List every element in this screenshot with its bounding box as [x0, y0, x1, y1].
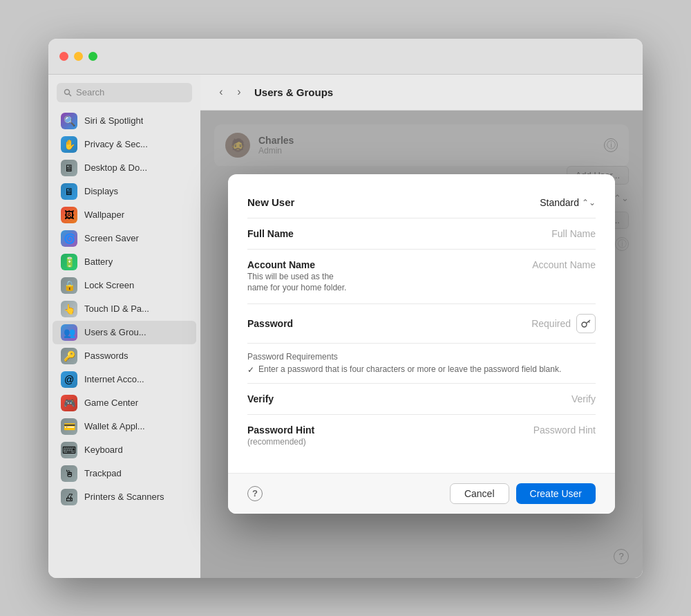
forward-arrow[interactable]: ›	[232, 85, 246, 99]
password-input-group	[358, 314, 596, 333]
account-name-label: Account Name	[247, 259, 358, 270]
full-name-label: Full Name	[247, 228, 358, 239]
siri-icon: 🔍	[61, 113, 77, 129]
sidebar-item-printers[interactable]: 🖨Printers & Scanners	[53, 485, 196, 509]
gamecenter-icon: 🎮	[61, 395, 77, 411]
account-name-label-group: Account Name This will be used as the na…	[247, 259, 358, 293]
wallet-icon: 💳	[61, 418, 77, 435]
stepper-icon: ⌃⌄	[582, 198, 596, 207]
sidebar-item-lockscreen[interactable]: 🔒Lock Screen	[53, 274, 196, 297]
title-bar	[48, 39, 643, 75]
internet-icon: @	[61, 371, 77, 388]
password-input[interactable]	[358, 318, 571, 329]
printers-icon: 🖨	[61, 489, 77, 505]
password-label: Password	[247, 318, 358, 329]
nav-arrows: ‹ ›	[214, 85, 246, 99]
hint-row: Password Hint (recommended)	[247, 415, 596, 456]
hint-sub: (recommended)	[247, 437, 358, 447]
sidebar-item-label-lockscreen: Lock Screen	[84, 280, 134, 290]
key-button[interactable]	[576, 314, 596, 333]
desktop-icon: 🖥	[61, 160, 77, 176]
modal-overlay: New User Standard ⌃⌄ Full Name	[200, 111, 643, 578]
sidebar-item-label-screensaver: Screen Saver	[84, 233, 139, 243]
svg-line-3	[587, 320, 591, 324]
sidebar-item-label-keyboard: Keyboard	[84, 445, 123, 455]
sidebar-item-label-users: Users & Grou...	[84, 327, 146, 337]
svg-point-0	[65, 89, 70, 94]
sidebar-item-battery[interactable]: 🔋Battery	[53, 250, 196, 274]
full-name-input[interactable]	[358, 228, 596, 239]
verify-label: Verify	[247, 393, 358, 404]
sidebar-item-wallet[interactable]: 💳Wallet & Appl...	[53, 415, 196, 438]
touchid-icon: 👆	[61, 301, 77, 317]
displays-icon: 🖥	[61, 183, 77, 200]
pw-requirements-title: Password Requirements	[247, 352, 596, 362]
main-content: ‹ › Users & Groups 🧔 Charles Admin ⓘ	[200, 75, 643, 578]
key-icon	[580, 318, 591, 329]
sidebar-item-label-gamecenter: Game Center	[84, 398, 138, 408]
account-name-input[interactable]	[358, 259, 596, 270]
account-name-row: Account Name This will be used as the na…	[247, 250, 596, 304]
sidebar-items-list: 🔍Siri & Spotlight✋Privacy & Sec...🖥Deskt…	[48, 109, 200, 509]
password-requirements-section: Password Requirements ✓ Enter a password…	[247, 344, 596, 384]
main-header: ‹ › Users & Groups	[200, 75, 643, 111]
verify-input[interactable]	[358, 393, 596, 404]
sidebar-item-label-passwords: Passwords	[84, 351, 129, 361]
hint-label: Password Hint	[247, 424, 358, 436]
passwords-icon: 🔑	[61, 348, 77, 364]
sidebar-item-privacy[interactable]: ✋Privacy & Sec...	[53, 133, 196, 156]
sidebar-item-label-siri: Siri & Spotlight	[84, 115, 143, 126]
page-title: Users & Groups	[254, 86, 333, 98]
sidebar-item-internet[interactable]: @Internet Acco...	[53, 368, 196, 391]
battery-icon: 🔋	[61, 254, 77, 270]
create-user-button[interactable]: Create User	[516, 483, 596, 504]
pw-check-icon: ✓	[247, 365, 254, 375]
new-user-row: New User Standard ⌃⌄	[247, 191, 596, 218]
minimize-button[interactable]	[74, 52, 83, 61]
search-placeholder: Search	[76, 87, 104, 97]
verify-row: Verify	[247, 384, 596, 415]
sidebar-item-touchid[interactable]: 👆Touch ID & Pa...	[53, 297, 196, 321]
close-button[interactable]	[59, 52, 68, 61]
user-type-selector[interactable]: Standard ⌃⌄	[540, 197, 596, 208]
search-bar[interactable]: Search	[57, 83, 192, 102]
password-row: Password	[247, 304, 596, 344]
sidebar-item-keyboard[interactable]: ⌨Keyboard	[53, 438, 196, 462]
lockscreen-icon: 🔒	[61, 277, 77, 294]
sidebar-item-siri[interactable]: 🔍Siri & Spotlight	[53, 109, 196, 133]
content-area: Search 🔍Siri & Spotlight✋Privacy & Sec..…	[48, 75, 643, 578]
sidebar-item-screensaver[interactable]: 🌀Screen Saver	[53, 227, 196, 250]
pw-requirement-text: Enter a password that is four characters…	[258, 364, 561, 374]
sidebar-item-gamecenter[interactable]: 🎮Game Center	[53, 391, 196, 415]
sidebar-item-displays[interactable]: 🖥Displays	[53, 180, 196, 203]
svg-line-4	[589, 321, 589, 323]
hint-input[interactable]	[358, 424, 596, 436]
traffic-lights	[59, 52, 97, 61]
sidebar: Search 🔍Siri & Spotlight✋Privacy & Sec..…	[48, 75, 200, 578]
sidebar-item-desktop[interactable]: 🖥Desktop & Do...	[53, 156, 196, 180]
sidebar-item-label-displays: Displays	[84, 186, 118, 196]
full-name-row: Full Name	[247, 218, 596, 250]
keyboard-icon: ⌨	[61, 442, 77, 458]
sidebar-item-users[interactable]: 👥Users & Grou...	[53, 321, 196, 344]
svg-point-2	[582, 322, 587, 327]
sidebar-item-label-battery: Battery	[84, 256, 113, 267]
sidebar-item-label-touchid: Touch ID & Pa...	[84, 304, 149, 314]
sidebar-item-label-privacy: Privacy & Sec...	[84, 139, 148, 149]
trackpad-icon: 🖱	[61, 465, 77, 482]
sidebar-item-trackpad[interactable]: 🖱Trackpad	[53, 462, 196, 485]
maximize-button[interactable]	[88, 52, 97, 61]
sidebar-item-label-desktop: Desktop & Do...	[84, 162, 147, 173]
sidebar-item-wallpaper[interactable]: 🖼Wallpaper	[53, 203, 196, 227]
sidebar-item-label-internet: Internet Acco...	[84, 374, 144, 384]
modal-help-button[interactable]: ?	[247, 486, 263, 501]
svg-line-1	[69, 94, 71, 96]
new-user-modal: New User Standard ⌃⌄ Full Name	[228, 174, 615, 513]
back-arrow[interactable]: ‹	[214, 85, 228, 99]
pw-requirement-item: ✓ Enter a password that is four characte…	[247, 364, 596, 375]
user-type-value: Standard	[540, 197, 579, 208]
account-name-description: This will be used as the name for your h…	[247, 272, 351, 293]
cancel-button[interactable]: Cancel	[450, 483, 509, 504]
sidebar-item-passwords[interactable]: 🔑Passwords	[53, 344, 196, 368]
wallpaper-icon: 🖼	[61, 207, 77, 223]
